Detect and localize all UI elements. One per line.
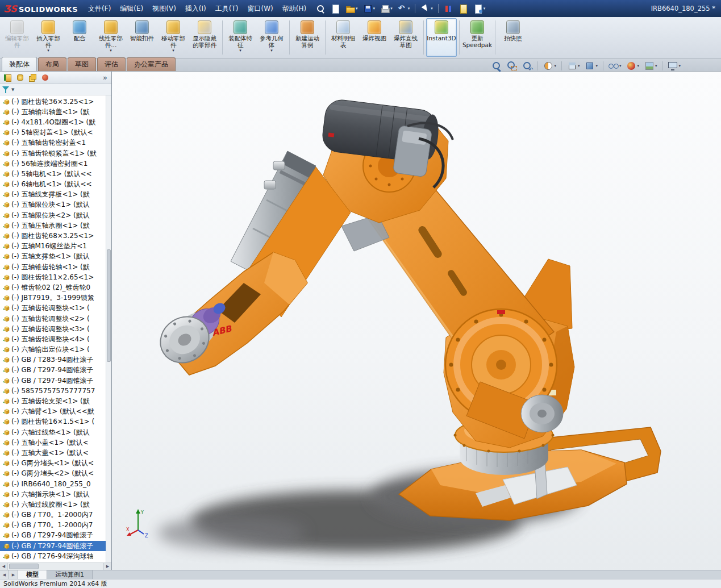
- view-tool-button[interactable]: ▾: [506, 60, 518, 72]
- tree-item[interactable]: (-) IRB6640_180_255_0: [0, 479, 106, 489]
- panel-tab[interactable]: [2, 73, 13, 83]
- quick-tool-button[interactable]: ▾: [396, 3, 412, 15]
- ribbon-button[interactable]: 爆炸直线草图 ▾: [390, 18, 421, 57]
- tree-item[interactable]: (-) 五轴线支撑板<1> (默: [0, 190, 106, 200]
- pane-split-left-icon[interactable]: ◀: [0, 570, 9, 579]
- panel-tab[interactable]: [27, 73, 38, 83]
- view-tool-button[interactable]: ▾: [607, 60, 623, 72]
- menu-item[interactable]: 插入(I): [181, 2, 211, 16]
- ribbon-button[interactable]: 材料明细表 ▾: [328, 18, 359, 57]
- tree-item[interactable]: (-) G两分堵头<2> (默认<: [0, 469, 106, 479]
- tree-item[interactable]: (-) 6轴电机<1> (默认<<: [0, 180, 106, 190]
- ribbon-button[interactable]: Instant3D ▾: [426, 18, 457, 57]
- tree-item[interactable]: (-) 圆柱齿轮11×2.65<1>: [0, 272, 106, 282]
- tree-item[interactable]: (-) 五轴齿轮调整块<1> (: [0, 303, 106, 314]
- tree-item[interactable]: (-) JBT7919。3-1999锁紧: [0, 293, 106, 303]
- panel-collapse-chevron[interactable]: »: [101, 73, 110, 82]
- menu-item[interactable]: 工具(T): [211, 2, 243, 16]
- tree-item[interactable]: (-) GB / T70。1-2000内7: [0, 520, 106, 531]
- tree-item[interactable]: (-) 58575757575777757: [0, 386, 106, 396]
- scroll-right-icon[interactable]: ▶: [103, 563, 111, 570]
- command-tab[interactable]: 布局: [38, 57, 66, 71]
- ribbon-button[interactable]: 更新Speedpak ▾: [462, 18, 493, 57]
- view-tool-button[interactable]: ▾: [566, 60, 581, 72]
- menu-item[interactable]: 编辑(E): [115, 2, 148, 16]
- tree-item[interactable]: (-) 五轴压轴承圈<1> (默: [0, 220, 106, 231]
- ribbon-button[interactable]: 移动零部件 ▾: [158, 18, 189, 57]
- menu-item[interactable]: 帮助(H): [278, 2, 311, 16]
- view-tool-button[interactable]: ▾: [643, 60, 659, 72]
- quick-tool-button[interactable]: ▾: [442, 3, 455, 15]
- tree-item[interactable]: (-) 4x181.4O型圈<1> (默: [0, 117, 106, 127]
- tree-item[interactable]: (-) GB / T297-94圆锥滚子: [0, 365, 106, 376]
- ribbon-button[interactable]: 拍快照 ▾: [498, 18, 528, 57]
- filter-dropdown-arrow-icon[interactable]: ▼: [11, 87, 14, 92]
- view-tool-button[interactable]: ▾: [584, 60, 599, 72]
- quick-tool-button[interactable]: ▾: [361, 3, 377, 15]
- command-tab[interactable]: 办公室产品: [127, 57, 176, 71]
- tree-item[interactable]: (-) 五轴齿轮调整块<3> (: [0, 324, 106, 334]
- quick-tool-button[interactable]: ▾: [378, 3, 394, 15]
- ribbon-button[interactable]: 线性零部件... ▾: [95, 18, 126, 57]
- tree-scrollbar-thumb[interactable]: [107, 249, 111, 361]
- robot-3d-model[interactable]: ABB: [112, 72, 721, 570]
- ribbon-button[interactable]: 插入零部件 ▾: [33, 18, 64, 57]
- tree-item[interactable]: (-) 五轴小盖<1> (默认<: [0, 437, 106, 448]
- quick-tool-button[interactable]: ▾: [419, 3, 435, 15]
- view-tool-button[interactable]: ▾: [542, 60, 557, 72]
- view-tool-button[interactable]: ▾: [625, 60, 640, 72]
- tree-item[interactable]: (-) 五轴轴齿轮密封盖<1: [0, 138, 106, 148]
- tree-item[interactable]: (-) 六轴过线垫<1> (默认: [0, 427, 106, 437]
- tree-item[interactable]: (-) GB / T276-94深沟球轴: [0, 551, 106, 561]
- tree-item[interactable]: (-) 56轴连接端密封圈<1: [0, 159, 106, 169]
- ribbon-button[interactable]: 显示隐藏的零部件 ▾: [189, 18, 220, 57]
- command-tab[interactable]: 评估: [97, 57, 126, 71]
- tree-item[interactable]: (-) 五轴大盖<1> (默认<: [0, 448, 106, 458]
- ribbon-button[interactable]: 编辑零部件 ▾: [2, 18, 32, 57]
- menu-item[interactable]: 窗口(W): [243, 2, 277, 16]
- bottom-tab[interactable]: 模型: [18, 570, 47, 579]
- tree-item[interactable]: (-) 锥齿轮02 (2)_锥齿轮0: [0, 282, 106, 293]
- tree-item[interactable]: (-) GB / T70。1-2000内7: [0, 510, 106, 520]
- view-tool-button[interactable]: ▾: [521, 60, 534, 72]
- graphics-viewport[interactable]: ABB Y X Z: [112, 72, 721, 570]
- quick-tool-button[interactable]: ▾: [329, 3, 342, 15]
- ribbon-button[interactable]: 爆炸视图 ▾: [359, 18, 390, 57]
- tree-item[interactable]: (-) 5轴密封盖<1> (默认<: [0, 128, 106, 138]
- command-tab[interactable]: 装配体: [2, 57, 37, 71]
- tree-item[interactable]: (-) 五轴M16螺丝垫片<1: [0, 241, 106, 252]
- menu-item[interactable]: 视图(V): [148, 2, 181, 16]
- command-tab[interactable]: 草图: [68, 57, 96, 71]
- tree-item[interactable]: (-) 五轴限位块<1> (默认: [0, 200, 106, 210]
- quick-tool-button[interactable]: ▾: [472, 3, 487, 15]
- quick-tool-button[interactable]: ▾: [344, 3, 360, 15]
- quick-tool-button[interactable]: ▾: [314, 3, 327, 15]
- tree-item[interactable]: (-) 五轴输出轴盖<1> (默: [0, 107, 106, 117]
- tree-item[interactable]: (-) 圆柱齿轮36×3.25<1>: [0, 97, 106, 107]
- panel-tab[interactable]: [14, 73, 26, 83]
- tree-horizontal-scrollbar[interactable]: ◀ ▶: [0, 562, 111, 570]
- ribbon-button[interactable]: 参考几何体 ▾: [256, 18, 287, 57]
- view-tool-button[interactable]: ▾: [490, 60, 503, 72]
- tree-item[interactable]: (-) GB / T283-94圆柱滚子: [0, 355, 106, 365]
- pane-split-right-icon[interactable]: ▶: [9, 570, 18, 579]
- scroll-left-icon[interactable]: ◀: [0, 563, 8, 570]
- tree-item[interactable]: (-) 5轴电机<1> (默认<<: [0, 169, 106, 179]
- tree-item[interactable]: (-) GB / T297-94圆锥滚子: [0, 531, 106, 541]
- tree-item[interactable]: (-) 圆柱齿轮16×1.5<1> (: [0, 417, 106, 427]
- tree-item[interactable]: (-) 五轴齿轮调整块<2> (: [0, 314, 106, 324]
- tree-item[interactable]: (-) 圆柱齿轮68×3.25<1>: [0, 231, 106, 241]
- tree-item[interactable]: (-) 六轴过线胶圈<1> (默: [0, 499, 106, 510]
- tree-item[interactable]: (-) 五轴锥齿轮轴<1> (默: [0, 262, 106, 272]
- tree-item[interactable]: (-) 六轴输出定位块<1> (: [0, 345, 106, 355]
- panel-tab[interactable]: [39, 73, 51, 83]
- tree-item[interactable]: (-) 五轴齿轮锁紧盖<1> (默: [0, 148, 106, 159]
- menu-item[interactable]: 文件(F): [84, 2, 115, 16]
- tree-item[interactable]: (-) GB / T297-94圆锥滚子: [0, 376, 106, 386]
- tree-item[interactable]: (-) 六轴臂<1> (默认<<默: [0, 407, 106, 417]
- tree-item[interactable]: (-) G两分堵头<1> (默认<: [0, 458, 106, 469]
- tree-item[interactable]: (-) GB / T297-94圆锥滚子: [0, 541, 106, 551]
- ribbon-button[interactable]: 装配体特征 ▾: [225, 18, 256, 57]
- tree-item[interactable]: (-) 六轴指示块<1> (默认: [0, 489, 106, 499]
- ribbon-button[interactable]: 配合 ▾: [64, 18, 95, 57]
